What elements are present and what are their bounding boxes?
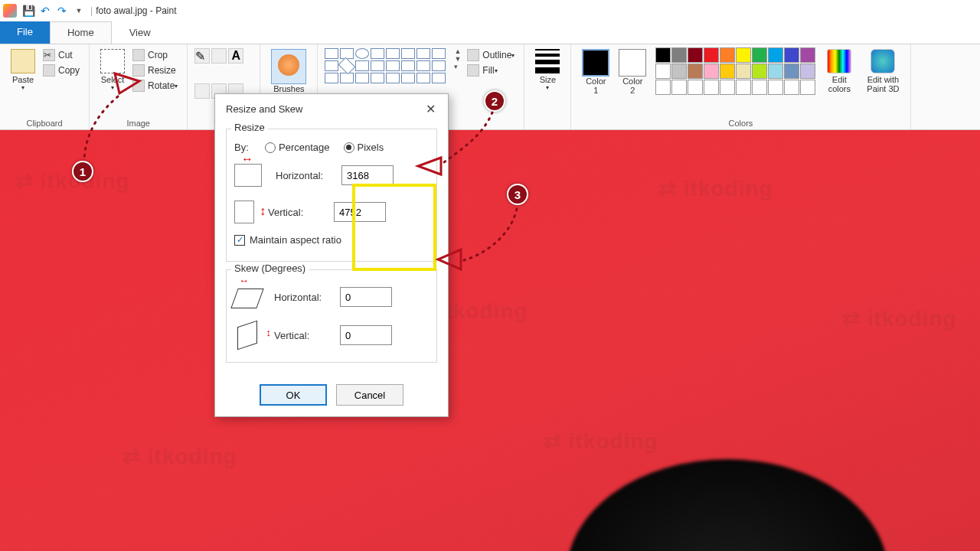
text-tool-icon[interactable]: A [228,48,243,64]
watermark: ⇄ itkoding [544,429,658,454]
annotation-badge-3: 3 [507,184,528,205]
color-swatch[interactable] [704,64,719,79]
brushes-button[interactable]: Brushes [266,47,311,95]
title-bar: 💾 ↶ ↷ ▼ | foto awal.jpg - Paint [0,0,980,21]
edit-colors-button[interactable]: Edit colors [822,47,856,95]
canvas-dark-region [567,459,888,551]
tab-view[interactable]: View [112,21,168,44]
save-icon[interactable]: 💾 [21,4,35,18]
color-swatch[interactable] [800,64,815,79]
color-swatch[interactable] [655,64,671,79]
color-swatch[interactable] [720,47,735,63]
color-swatch[interactable] [784,47,799,63]
undo-icon[interactable]: ↶ [38,4,52,18]
radio-percentage[interactable]: Percentage [265,142,330,153]
image-canvas[interactable]: ⇄ itkoding ⇄ itkoding ⇄ itkoding ⇄ itkod… [0,130,980,551]
color-swatch[interactable] [688,47,703,63]
color2-button[interactable]: Color 2 [614,47,651,96]
outline-button[interactable]: Outline ▾ [467,49,514,61]
outline-icon [467,49,479,61]
group-label-clipboard: Clipboard [6,117,83,128]
color-swatch[interactable] [736,64,751,79]
resize-h-label: Horizontal: [276,170,341,181]
annotation-badge-2: 2 [484,90,505,112]
color-swatch-empty[interactable] [720,80,735,95]
skew-v-label: Vertical: [274,330,340,341]
skew-v-icon [234,324,260,347]
skew-horizontal-input[interactable] [340,287,392,307]
shapes-scroll-down-icon[interactable]: ▼ [454,55,461,63]
color-swatch[interactable] [752,64,767,79]
group-colors: Color 1 Color 2 Edit colors Edit with Pa… [571,44,910,129]
qat-dropdown-icon[interactable]: ▼ [72,4,86,18]
tab-home[interactable]: Home [50,21,112,44]
color-swatch[interactable] [800,47,815,63]
group-label-size [531,126,564,128]
color-swatch[interactable] [671,47,687,63]
shapes-gallery[interactable] [324,47,451,84]
paste-button[interactable]: Paste▾ [6,47,40,93]
color-swatch[interactable] [752,47,767,63]
color-swatch-empty[interactable] [671,80,687,95]
color-swatch[interactable] [768,47,783,63]
fill-button[interactable]: Fill ▾ [467,64,514,77]
crop-button[interactable]: Crop [132,49,178,61]
group-label-colors: Colors [577,117,903,128]
color-palette [655,47,816,96]
copy-icon [43,64,55,77]
color1-button[interactable]: Color 1 [577,47,614,96]
resize-horizontal-input[interactable] [341,165,394,185]
tab-file[interactable]: File [0,21,50,44]
horizontal-icon [234,164,262,187]
redo-icon[interactable]: ↷ [55,4,69,18]
maintain-aspect-checkbox[interactable]: ✓ [234,235,245,246]
color-swatch-empty[interactable] [800,80,815,95]
paste-icon [11,49,35,73]
watermark: ⇄ itkoding [842,306,957,331]
ok-button[interactable]: OK [260,384,327,406]
color-swatch-empty[interactable] [784,80,799,95]
pencil-tool-icon[interactable]: ✎ [194,48,210,64]
annotation-badge-1: 1 [72,161,93,182]
color-swatch[interactable] [688,64,703,79]
copy-button[interactable]: Copy [43,64,80,77]
cancel-button[interactable]: Cancel [336,384,403,406]
edit-colors-icon [827,49,851,73]
color-swatch[interactable] [704,47,719,63]
eraser-tool-icon[interactable] [194,83,210,99]
color-swatch[interactable] [736,47,751,63]
color2-swatch [619,49,646,77]
size-button[interactable]: Size▾ [531,47,564,93]
color-swatch-empty[interactable] [688,80,703,95]
color-swatch-empty[interactable] [768,80,783,95]
group-size: Size▾ [524,44,571,129]
color-swatch-empty[interactable] [655,80,671,95]
annotation-path-3 [459,199,528,268]
close-button[interactable]: ✕ [423,102,439,116]
svg-marker-0 [115,73,139,93]
dialog-title: Resize and Skew [226,103,302,115]
paint3d-button[interactable]: Edit with Paint 3D [862,47,903,95]
color-swatch[interactable] [768,64,783,79]
color-swatch[interactable] [720,64,735,79]
color-swatch-empty[interactable] [704,80,719,95]
annotation-highlight-box [352,184,436,271]
radio-pixels[interactable]: Pixels [344,142,384,153]
paint-app-icon [3,4,17,18]
color-swatch-empty[interactable] [752,80,767,95]
cut-button[interactable]: ✂Cut [43,49,80,61]
shapes-more-icon[interactable]: ▾ [454,63,461,70]
skew-fieldset: Skew (Degrees) Horizontal: Vertical: [226,269,437,363]
color-swatch[interactable] [784,64,799,79]
watermark: ⇄ itkoding [658,176,773,201]
skew-vertical-input[interactable] [340,325,392,345]
fill-tool-icon[interactable] [211,48,227,64]
svg-marker-2 [438,249,461,269]
color-swatch[interactable] [655,47,671,63]
vertical-icon [234,201,254,223]
shapes-scroll-up-icon[interactable]: ▲ [454,47,461,55]
color-swatch[interactable] [671,64,687,79]
color-swatch-empty[interactable] [736,80,751,95]
title-separator: | [90,5,93,16]
crop-icon [132,49,145,61]
